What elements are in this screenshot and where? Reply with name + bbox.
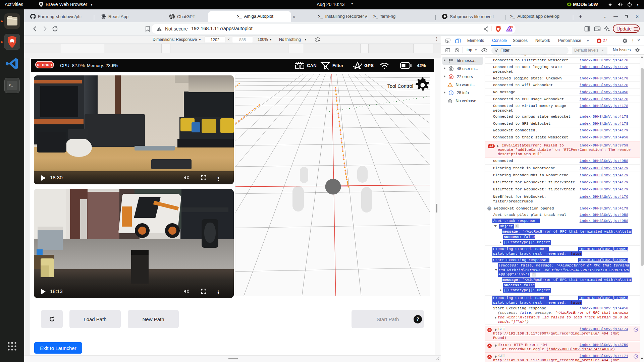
svg-text:>_: >_ [9, 83, 13, 87]
svg-text:1: 1 [511, 26, 512, 28]
svg-text:Tool Control: Tool Control [387, 83, 413, 89]
